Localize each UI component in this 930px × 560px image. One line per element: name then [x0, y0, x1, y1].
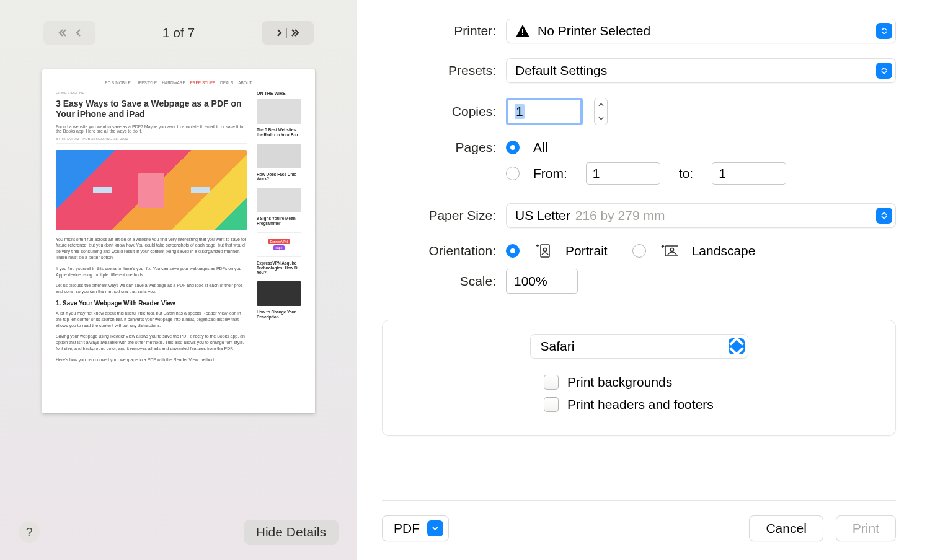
copies-input[interactable]: 1	[506, 98, 583, 125]
preview-header: 1 of 7	[0, 0, 357, 47]
portrait-icon	[533, 243, 552, 259]
orientation-landscape-radio[interactable]	[632, 244, 646, 258]
chevron-down-icon	[427, 520, 443, 536]
cancel-button[interactable]: Cancel	[749, 515, 823, 541]
orientation-portrait-radio[interactable]	[506, 244, 520, 258]
pages-range-radio[interactable]	[506, 167, 520, 180]
help-icon: ?	[25, 525, 32, 540]
orientation-portrait-label: Portrait	[565, 243, 608, 258]
svg-point-5	[670, 248, 673, 252]
preview-pane: 1 of 7 PC & MOBILE LIFESTYLE HARDWARE FR…	[0, 0, 357, 560]
presets-label: Presets:	[382, 63, 506, 78]
preview-footer: ? Hide Details	[0, 504, 357, 560]
chevron-right-icon	[277, 28, 283, 37]
page-counter: 1 of 7	[162, 25, 195, 40]
chevron-left-icon	[75, 28, 81, 37]
warning-icon	[515, 24, 530, 38]
select-caret-icon	[876, 63, 892, 79]
select-caret-icon	[728, 338, 745, 354]
nav-divider-icon	[286, 28, 287, 38]
prev-page-button[interactable]	[43, 21, 95, 45]
nav-divider-icon	[71, 28, 71, 38]
paper-size-select[interactable]: US Letter 216 by 279 mm	[506, 203, 896, 228]
thumb-topnav: PC & MOBILE LIFESTYLE HARDWARE FREE STUF…	[56, 81, 301, 85]
app-options-section: Safari Print backgrounds Print headers a…	[382, 320, 896, 436]
paper-size-label: Paper Size:	[382, 208, 506, 223]
scale-label: Scale:	[382, 274, 506, 289]
svg-point-3	[544, 248, 547, 252]
thumb-aside: ON THE WIRE The 5 Best Websites the Radi…	[257, 91, 301, 368]
scale-input[interactable]: 100%	[506, 269, 578, 294]
next-page-button[interactable]	[262, 21, 314, 45]
pages-to-input[interactable]: 1	[712, 162, 786, 185]
copies-label: Copies:	[382, 104, 506, 119]
page-thumbnail[interactable]: PC & MOBILE LIFESTYLE HARDWARE FREE STUF…	[42, 69, 315, 413]
presets-select[interactable]: Default Settings	[506, 58, 896, 83]
dialog-footer: PDF Cancel Print	[382, 500, 896, 560]
thumb-article: HOME › IPHONE 3 Easy Ways to Save a Webp…	[56, 91, 247, 368]
orientation-landscape-label: Landscape	[692, 243, 756, 258]
pages-all-label: All	[533, 140, 547, 155]
printer-label: Printer:	[382, 24, 506, 38]
svg-rect-0	[522, 29, 523, 33]
select-caret-icon	[876, 208, 892, 224]
chevron-double-right-icon	[291, 28, 299, 37]
copies-stepper[interactable]	[594, 98, 608, 125]
hide-details-button[interactable]: Hide Details	[244, 520, 339, 545]
app-select[interactable]: Safari	[530, 334, 748, 359]
stepper-down-icon[interactable]	[595, 112, 607, 125]
orientation-label: Orientation:	[382, 243, 506, 258]
print-backgrounds-checkbox[interactable]	[544, 375, 559, 390]
print-button[interactable]: Print	[836, 515, 896, 541]
printer-select[interactable]: No Printer Selected	[506, 19, 896, 43]
pages-to-label: to:	[679, 166, 693, 181]
pages-from-label: From:	[533, 166, 567, 181]
print-headers-footers-checkbox[interactable]	[544, 397, 559, 412]
pages-from-input[interactable]: 1	[586, 162, 660, 185]
pages-all-radio[interactable]	[506, 141, 520, 154]
print-headers-footers-label: Print headers and footers	[567, 397, 714, 412]
chevron-double-left-icon	[58, 28, 67, 37]
help-button[interactable]: ?	[19, 522, 40, 543]
svg-rect-1	[522, 34, 523, 35]
select-caret-icon	[876, 23, 892, 39]
thumbnail-area: PC & MOBILE LIFESTYLE HARDWARE FREE STUF…	[0, 47, 357, 504]
settings-pane: Printer: No Printer Selected Pre	[357, 0, 930, 560]
stepper-up-icon[interactable]	[595, 98, 607, 112]
pages-label: Pages:	[382, 140, 506, 155]
print-backgrounds-label: Print backgrounds	[567, 375, 672, 390]
thumb-hero-image	[56, 150, 247, 230]
landscape-icon	[660, 243, 678, 259]
pdf-button[interactable]: PDF	[382, 515, 449, 541]
